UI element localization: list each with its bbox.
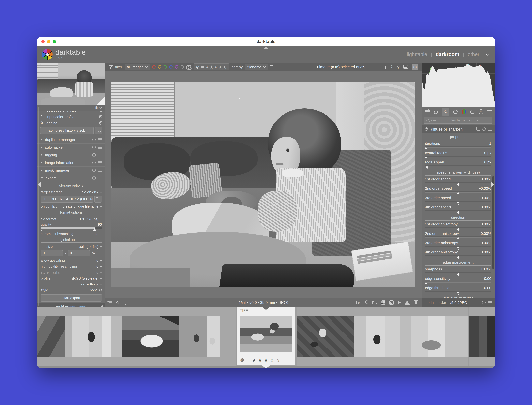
module-search[interactable]: search modules by name or tag xyxy=(424,117,492,124)
panel-export[interactable]: export xyxy=(37,174,105,182)
reset-icon[interactable] xyxy=(482,128,486,131)
history-presets-button[interactable] xyxy=(95,127,102,134)
power-group-icon[interactable] xyxy=(434,110,438,114)
panel-color-picker[interactable]: color picker xyxy=(37,144,105,151)
start-export-button[interactable]: start export xyxy=(41,294,102,302)
target-storage-select[interactable]: target storage file on disk xyxy=(41,189,102,195)
unstarred-filter-icon[interactable]: ★ xyxy=(200,65,204,69)
correct-group-icon[interactable] xyxy=(469,109,475,115)
menu-icon[interactable] xyxy=(109,301,112,304)
close-window-button[interactable] xyxy=(41,40,45,43)
presets-icon[interactable] xyxy=(116,301,119,304)
set-size-select[interactable]: set size in pixels (for file) xyxy=(41,243,102,250)
overexposure-checker-icon[interactable] xyxy=(381,300,385,305)
color-group-icon[interactable] xyxy=(461,109,466,114)
menu-icon[interactable] xyxy=(488,301,492,304)
slider-central-radius[interactable]: central radius0 px xyxy=(425,150,491,160)
multi-preset-export-bar[interactable]: multi-preset export xyxy=(37,303,105,307)
allow-upscaling-select[interactable]: allow upscaling no xyxy=(41,257,102,263)
menu-icon[interactable] xyxy=(98,177,102,179)
info-icon[interactable] xyxy=(92,138,96,141)
slider-sharpness[interactable]: sharpness+0.0% xyxy=(425,267,491,276)
preferences-gear-button[interactable]: ⚙ xyxy=(412,64,418,70)
reject-icon[interactable]: ⊗ xyxy=(240,358,244,363)
selected-thumbnail-card[interactable]: TIFF ⊗ xyxy=(237,307,295,365)
view-darkroom[interactable]: darkroom xyxy=(436,51,459,57)
slider-iterations[interactable]: iterations1 xyxy=(425,141,491,150)
browse-folder-button[interactable] xyxy=(94,196,102,202)
max-width-input[interactable]: 0 xyxy=(41,250,63,256)
color-label-gray[interactable] xyxy=(181,65,184,68)
rating-filter[interactable]: ⊗ ★ ★★★★★ xyxy=(194,63,229,70)
color-label-yellow[interactable] xyxy=(158,65,161,68)
view-lighttable[interactable]: lighttable xyxy=(407,51,427,57)
help-icon[interactable]: ? xyxy=(397,64,400,69)
overlays-star-icon[interactable]: ☆ xyxy=(389,65,394,69)
selected-thumbnail-image[interactable] xyxy=(240,316,292,352)
thumbnail[interactable] xyxy=(122,307,179,368)
chevron-down-icon[interactable] xyxy=(485,52,489,56)
sort-order-icon[interactable] xyxy=(270,65,274,69)
slider-4th-order-anisotropy[interactable]: 4th order anisotropy+0.00% xyxy=(425,250,491,259)
menu-icon[interactable] xyxy=(98,161,102,164)
panel-duplicate-manager[interactable]: duplicate manager xyxy=(37,136,105,144)
iso12646-lightbulb-icon[interactable] xyxy=(365,300,368,304)
thumbnail[interactable] xyxy=(297,307,354,368)
slider-edge-sensitivity[interactable]: edge sensitivity0.00 xyxy=(425,276,491,285)
thumbnail[interactable] xyxy=(65,307,122,368)
slider-radius-span[interactable]: radius span8 px xyxy=(425,160,491,169)
filter-scope-select[interactable]: all images xyxy=(124,64,150,70)
darkroom-canvas[interactable] xyxy=(105,71,422,298)
histogram[interactable] xyxy=(422,63,495,107)
hq-resampling-select[interactable]: high quality resampling no xyxy=(41,263,102,269)
thumbnail[interactable] xyxy=(469,307,495,368)
star-icon[interactable] xyxy=(264,357,268,363)
collapse-right-panel-arrow-icon[interactable] xyxy=(491,182,494,187)
reject-filter-icon[interactable]: ⊗ xyxy=(196,65,199,69)
module-power-icon[interactable] xyxy=(425,128,428,131)
menu-icon[interactable] xyxy=(98,169,102,171)
thumbnail[interactable] xyxy=(37,307,65,368)
chroma-subsampling-select[interactable]: chroma subsampling auto xyxy=(41,231,102,237)
color-label-multi-icon[interactable] xyxy=(186,65,191,68)
collapse-left-panel-arrow-icon[interactable] xyxy=(38,182,41,187)
panel-tagging[interactable]: tagging xyxy=(37,151,105,159)
thumbnail[interactable] xyxy=(179,307,236,368)
panel-mask-manager[interactable]: mask manager xyxy=(37,167,105,174)
rawoverexposure-icon[interactable] xyxy=(389,300,394,305)
star-rating-filter[interactable]: ★★★★★ xyxy=(205,65,227,69)
menu-icon[interactable] xyxy=(98,154,102,156)
slider-2nd-order-speed[interactable]: 2nd order speed+0.00% xyxy=(425,186,491,196)
menu-icon[interactable] xyxy=(98,138,102,141)
star-icon[interactable] xyxy=(276,357,280,363)
history-item-input-color-profile[interactable]: 1 input color profile xyxy=(40,114,102,120)
slider-4th-order-speed[interactable]: 4th order speed+0.00% xyxy=(425,205,491,214)
sort-field-select[interactable]: filename xyxy=(245,64,268,70)
module-order-bar[interactable]: module order v5.0 JPEG xyxy=(422,298,495,307)
minimize-window-button[interactable] xyxy=(47,40,50,43)
profile-select[interactable]: profile sRGB (web-safe) xyxy=(41,275,102,281)
right-panel-scrollbar[interactable] xyxy=(492,176,494,269)
slider-edge-threshold[interactable]: edge threshold+0.00 xyxy=(425,285,491,295)
export-path-input[interactable]: LE_FOLDER)/../EDITS/$(FILE_NAME) xyxy=(41,196,93,202)
slider-3rd-order-anisotropy[interactable]: 3rd order anisotropy+0.00% xyxy=(425,240,491,250)
star-icon[interactable] xyxy=(269,357,274,363)
fit-to-screen-icon[interactable] xyxy=(372,301,377,304)
info-icon[interactable] xyxy=(92,176,96,180)
zoom-window-button[interactable] xyxy=(53,40,56,43)
info-icon[interactable] xyxy=(482,301,486,304)
color-label-blue[interactable] xyxy=(169,65,173,68)
color-label-red[interactable] xyxy=(152,65,156,68)
shortcuts-keyboard-icon[interactable] xyxy=(403,65,408,68)
base-group-icon[interactable] xyxy=(453,109,458,114)
star-icon[interactable] xyxy=(252,357,256,363)
history-item-clipped[interactable]: 2 output color profile xyxy=(40,111,102,114)
history-item-original[interactable]: 0 original xyxy=(40,120,102,126)
navigation-preview[interactable] xyxy=(37,63,105,105)
active-modules-group-icon[interactable] xyxy=(425,110,430,114)
info-icon[interactable] xyxy=(92,146,96,149)
thumbnail[interactable] xyxy=(411,307,468,368)
intent-select[interactable]: intent image settings xyxy=(41,281,102,287)
presets-icon[interactable] xyxy=(99,289,102,291)
focus-peaking-icon[interactable]: ⊖ xyxy=(356,301,361,304)
